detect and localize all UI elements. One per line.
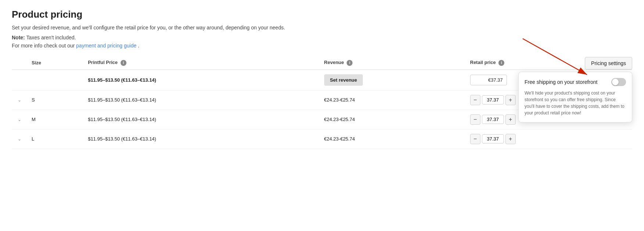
- table-row: ⌄ L $11.95–$13.50 (€11.63–€13.14) €24.23…: [12, 129, 632, 149]
- printful-price-info-icon[interactable]: i: [121, 60, 126, 66]
- row-s-chevron-cell: ⌄: [12, 90, 27, 110]
- col-printful-price-header: Printful Price i: [83, 56, 319, 70]
- row-s-increment-button[interactable]: +: [505, 95, 516, 105]
- row-m-chevron-button[interactable]: ⌄: [16, 115, 23, 124]
- row-l-retail-price-cell: − +: [466, 129, 632, 149]
- note: Note: Taxes aren't included.: [12, 35, 632, 40]
- row-m-revenue-cell: €24.23-€25.74: [320, 110, 466, 129]
- free-shipping-label: Free shipping on your storefront: [525, 79, 597, 85]
- row-s-decrement-button[interactable]: −: [470, 95, 480, 105]
- free-shipping-toggle[interactable]: [611, 78, 626, 86]
- note-label: Note:: [12, 35, 25, 40]
- row-l-chevron-cell: ⌄: [12, 129, 27, 149]
- row-l-printful-price-cell: $11.95–$13.50 (€11.63–€13.14): [83, 129, 319, 149]
- pricing-settings-button[interactable]: Pricing settings: [585, 57, 632, 70]
- set-revenue-button[interactable]: Set revenue: [324, 74, 363, 86]
- row-m-price-input[interactable]: [482, 115, 504, 124]
- page-subtitle: Set your desired revenue, and we'll conf…: [12, 24, 632, 32]
- col-revenue-header: Revenue i: [320, 56, 466, 70]
- row-l-price-input[interactable]: [482, 134, 504, 143]
- summary-revenue-cell: Set revenue: [320, 70, 466, 90]
- page-title: Product pricing: [12, 9, 632, 20]
- guide-prefix: For more info check out our: [12, 43, 76, 49]
- toggle-knob: [612, 79, 619, 85]
- summary-retail-price-input[interactable]: [470, 75, 507, 85]
- row-l-stepper: − +: [470, 134, 628, 144]
- row-l-increment-button[interactable]: +: [505, 134, 516, 144]
- row-m-decrement-button[interactable]: −: [470, 114, 480, 125]
- row-m-size-cell: M: [27, 110, 83, 129]
- row-l-size-cell: L: [27, 129, 83, 149]
- revenue-info-icon[interactable]: i: [347, 60, 353, 66]
- free-shipping-popup: Free shipping on your storefront We'll h…: [518, 72, 632, 122]
- row-l-chevron-button[interactable]: ⌄: [16, 135, 23, 143]
- row-s-size-cell: S: [27, 90, 83, 110]
- row-s-price-input[interactable]: [482, 95, 504, 104]
- row-s-revenue-cell: €24.23-€25.74: [320, 90, 466, 110]
- retail-price-info-icon[interactable]: i: [498, 60, 504, 66]
- payment-pricing-guide-link[interactable]: payment and pricing guide: [76, 43, 136, 49]
- row-l-decrement-button[interactable]: −: [470, 134, 480, 144]
- summary-size-cell: [27, 70, 83, 90]
- row-l-revenue-cell: €24.23-€25.74: [320, 129, 466, 149]
- summary-printful-price-cell: $11.95–$13.50 (€11.63–€13.14): [83, 70, 319, 90]
- summary-chevron-cell: [12, 70, 27, 90]
- note-text: Taxes aren't included.: [26, 35, 76, 40]
- guide-suffix: .: [138, 43, 139, 49]
- row-m-chevron-cell: ⌄: [12, 110, 27, 129]
- row-s-chevron-button[interactable]: ⌄: [16, 96, 23, 104]
- col-chevron: [12, 56, 27, 70]
- col-size-header: Size: [27, 56, 83, 70]
- row-m-printful-price-cell: $11.95–$13.50 (€11.63–€13.14): [83, 110, 319, 129]
- row-s-printful-price-cell: $11.95–$13.50 (€11.63–€13.14): [83, 90, 319, 110]
- guide-link-row: For more info check out our payment and …: [12, 43, 632, 49]
- row-m-increment-button[interactable]: +: [505, 114, 516, 125]
- free-shipping-description: We'll hide your product's shipping cost …: [525, 90, 626, 116]
